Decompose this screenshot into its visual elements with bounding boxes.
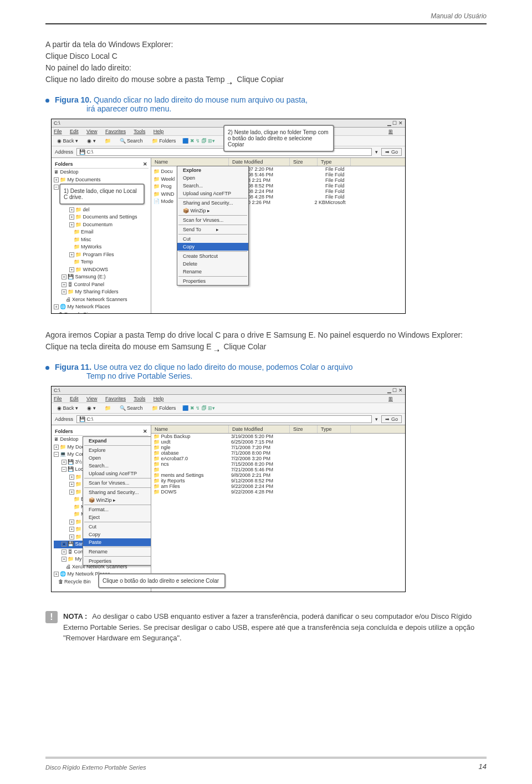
ctx-properties[interactable]: Properties <box>177 277 248 285</box>
toolbar-icons[interactable]: 🟦 ✖ ↯ 🗐 ⊞▾ <box>182 138 215 144</box>
list-item[interactable]: 📁 am Files9/22/2008 2:24 PM <box>151 483 405 489</box>
close-pane-icon[interactable]: ✕ <box>143 429 147 434</box>
ctx-properties[interactable]: Properties <box>83 557 151 565</box>
folder-pane: Folders✕ 🖥 Desktop +📁 My Documents −💻 My… <box>52 425 151 592</box>
mid-l1: Agora iremos Copiar a pasta Temp do driv… <box>45 329 487 341</box>
up-button[interactable]: 📁 <box>103 405 113 411</box>
list-item[interactable]: 📁 7/21/2008 5:46 PM <box>151 467 405 472</box>
ctx-explore[interactable]: Explore <box>177 166 248 174</box>
intro-l4b: Clique Copiar <box>237 75 284 84</box>
close-pane-icon[interactable]: ✕ <box>143 161 147 167</box>
address-dropdown[interactable]: ▾ <box>375 149 378 155</box>
arrow-icon <box>214 344 222 350</box>
ctx-format[interactable]: Format... <box>83 506 151 513</box>
up-button[interactable]: 📁 <box>103 138 113 144</box>
column-headers[interactable]: Name Date Modified Size Type <box>151 425 405 434</box>
list-item[interactable]: 📁 ity Reports9/12/2008 8:52 PM <box>151 478 405 483</box>
list-item[interactable]: 📁 uxdt6/25/2008 7:15 PM <box>151 439 405 445</box>
mid-text: Agora iremos Copiar a pasta Temp do driv… <box>45 329 487 353</box>
ctx-paste[interactable]: Paste <box>83 538 151 546</box>
menu-edit[interactable]: Edit <box>70 129 79 134</box>
menu-view[interactable]: View <box>86 129 97 134</box>
window-title: C:\ <box>54 388 60 393</box>
header-divider <box>45 23 487 24</box>
address-field[interactable]: 💾 C:\ <box>76 415 372 423</box>
window-controls[interactable]: ▁ ☐ ✕ <box>387 120 403 126</box>
intro-l3: No painel do lado direito: <box>45 62 487 74</box>
forward-button[interactable]: ◉ ▾ <box>85 405 98 411</box>
menu-help[interactable]: Help <box>154 129 164 134</box>
ctx-open[interactable]: Open <box>83 454 151 462</box>
ctx-search[interactable]: Search... <box>177 182 248 190</box>
ctx-shortcut[interactable]: Create Shortcut <box>177 252 248 260</box>
menu-help[interactable]: Help <box>154 396 164 401</box>
menubar[interactable]: File Edit View Favorites Tools Help ⊞ <box>52 395 405 403</box>
menu-tools[interactable]: Tools <box>134 129 145 134</box>
list-item[interactable]: 📁 ments and Settings9/8/2008 2:21 PM <box>151 472 405 478</box>
ctx-cut[interactable]: Cut <box>177 235 248 243</box>
screenshot-2: C:\ ▁ ☐ ✕ File Edit View Favorites Tools… <box>51 386 406 592</box>
intro-block: A partir da tela do Windows Explorer: Cl… <box>45 39 487 85</box>
forward-button[interactable]: ◉ ▾ <box>85 138 98 144</box>
ctx-upload[interactable]: Upload using AceFTP <box>83 470 151 477</box>
toolbar-icons[interactable]: 🟦 ✖ ↯ 🗐 ⊞▾ <box>182 405 215 411</box>
screenshot-1: C:\ ▁ ☐ ✕ File Edit View Favorites Tools… <box>51 119 406 314</box>
list-item[interactable]: 📁 otabase7/1/2008 8:00 PM <box>151 450 405 456</box>
go-button[interactable]: ➡ Go <box>381 148 402 156</box>
window-controls[interactable]: ▁ ☐ ✕ <box>387 388 403 393</box>
mid-l2a: Clique na tecla direita do mouse em Sams… <box>45 342 212 351</box>
ctx-upload[interactable]: Upload using AceFTP <box>177 190 248 197</box>
ctx-sharing[interactable]: Sharing and Security... <box>177 199 248 207</box>
ctx-rename[interactable]: Rename <box>177 268 248 276</box>
menu-file[interactable]: File <box>54 129 62 134</box>
ctx-expand[interactable]: Expand <box>83 437 151 445</box>
ctx-winzip[interactable]: 📦 WinZip ▸ <box>83 496 151 504</box>
ctx-winzip[interactable]: 📦 WinZip ▸ <box>177 207 248 215</box>
ctx-sendto[interactable]: Send To ▸ <box>177 226 248 233</box>
back-button[interactable]: ◉ Back ▾ <box>55 405 80 411</box>
back-button[interactable]: ◉ Back ▾ <box>55 138 80 144</box>
ctx-search[interactable]: Search... <box>83 462 151 470</box>
windows-flag-icon: ⊞ <box>388 129 396 135</box>
column-headers[interactable]: Name Date Modified Size Type <box>151 158 405 166</box>
intro-l4a: Clique no lado direito do mouse sobre a … <box>45 75 225 84</box>
search-button[interactable]: 🔍 Search <box>117 405 145 411</box>
ctx-delete[interactable]: Delete <box>177 260 248 268</box>
search-button[interactable]: 🔍 Search <box>117 138 145 144</box>
ctx-explore[interactable]: Explore <box>83 446 151 454</box>
list-item[interactable]: 📁 ngle7/1/2008 7:20 PM <box>151 445 405 450</box>
intro-l1: A partir da tela do Windows Explorer: <box>45 39 487 50</box>
menu-file[interactable]: File <box>54 396 62 401</box>
ctx-copy[interactable]: Copy <box>83 531 151 538</box>
context-menu-2[interactable]: Expand Explore Open Search... Upload usi… <box>83 436 151 566</box>
menu-favorites[interactable]: Favorites <box>105 129 126 134</box>
alert-icon: ! <box>45 611 58 623</box>
figura10-text: Quando clicar no lado direito do mouse n… <box>94 95 308 104</box>
file-pane: Name Date Modified Size Type 1/14/2007 2… <box>151 158 405 313</box>
menu-favorites[interactable]: Favorites <box>105 396 126 401</box>
ctx-cut[interactable]: Cut <box>83 523 151 531</box>
go-button[interactable]: ➡ Go <box>381 415 402 423</box>
folders-button[interactable]: 📁 Folders <box>150 138 178 144</box>
ctx-rename[interactable]: Rename <box>83 548 151 556</box>
list-item[interactable]: 📁 Pubs Backup3/19/2008 5:20 PM <box>151 434 405 439</box>
ctx-copy[interactable]: Copy <box>177 243 248 251</box>
folders-button[interactable]: 📁 Folders <box>150 405 178 411</box>
ctx-scan[interactable]: Scan for Viruses... <box>177 216 248 224</box>
toolbar: ◉ Back ▾ ◉ ▾ 📁 🔍 Search 📁 Folders 🟦 ✖ ↯ … <box>52 403 405 414</box>
ctx-eject[interactable]: Eject <box>83 513 151 521</box>
callout-1: 1) Deste lado, clique no Local C drive. <box>59 184 145 205</box>
list-item[interactable]: 📁 DOWS9/22/2008 4:28 PM <box>151 489 405 495</box>
list-item[interactable]: 📁 eAcrobat7.07/2/2008 3:20 PM <box>151 456 405 461</box>
figura11-text: Use outra vez do clique no lado direito … <box>94 363 353 371</box>
ctx-scan[interactable]: Scan for Viruses... <box>83 479 151 487</box>
menu-edit[interactable]: Edit <box>70 396 79 401</box>
ctx-open[interactable]: Open <box>177 174 248 182</box>
arrow-icon <box>227 77 234 83</box>
address-dropdown[interactable]: ▾ <box>375 416 378 422</box>
menu-view[interactable]: View <box>86 396 97 401</box>
context-menu-1[interactable]: Explore Open Search... Upload using AceF… <box>177 166 249 286</box>
list-item[interactable]: 📁 ncs7/15/2008 8:20 PM <box>151 461 405 467</box>
ctx-sharing[interactable]: Sharing and Security... <box>83 488 151 496</box>
menu-tools[interactable]: Tools <box>134 396 145 401</box>
